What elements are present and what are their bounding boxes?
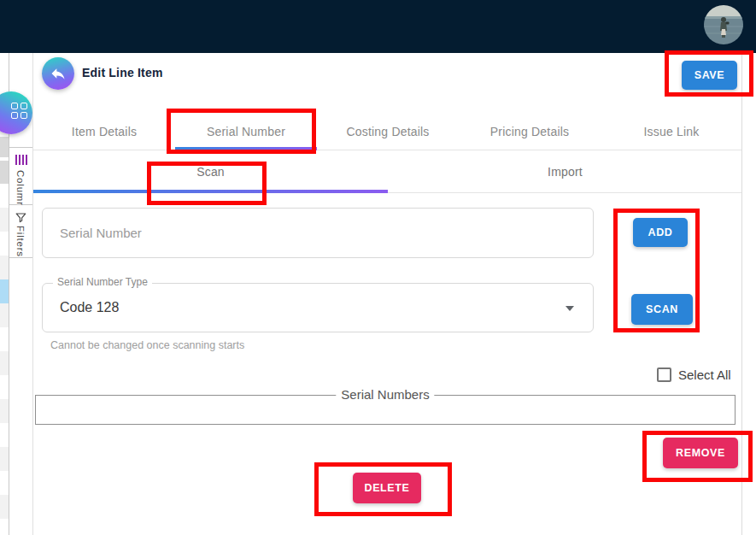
serial-numbers-legend: Serial Numbers	[336, 387, 434, 402]
table-header-cell	[0, 137, 9, 157]
edit-line-item-panel: Edit Line Item SAVE Item Details Serial …	[32, 53, 741, 535]
subtab-scan[interactable]: Scan	[33, 150, 388, 192]
remove-button[interactable]: REMOVE	[663, 438, 738, 468]
serial-number-type-select[interactable]: Serial Number Type Code 128	[42, 283, 594, 332]
columns-panel-toggle[interactable]: Columns	[9, 147, 32, 205]
tab-costing-details[interactable]: Costing Details	[317, 113, 459, 150]
serial-number-type-label: Serial Number Type	[53, 276, 152, 288]
type-helper-text: Cannot be changed once scanning starts	[50, 339, 244, 351]
tab-bar: Item Details Serial Number Costing Detai…	[33, 113, 742, 150]
panel-right-border	[741, 53, 742, 535]
top-navigation-bar	[0, 0, 756, 53]
avatar[interactable]	[704, 5, 743, 44]
serial-numbers-list: Serial Numbers	[35, 395, 735, 425]
tab-item-details[interactable]: Item Details	[33, 113, 175, 150]
columns-lines-icon	[15, 155, 27, 165]
dropdown-arrow-icon	[566, 306, 574, 311]
serial-number-field	[42, 208, 594, 258]
side-tool-strip: Columns Filters	[9, 53, 32, 535]
tab-pricing-details[interactable]: Pricing Details	[459, 113, 601, 150]
select-all-control: Select All	[657, 367, 731, 382]
subtab-import[interactable]: Import	[388, 150, 742, 192]
tab-issue-link[interactable]: Issue Link	[601, 113, 742, 150]
filters-panel-toggle[interactable]: Filters	[9, 205, 32, 258]
add-button[interactable]: ADD	[633, 218, 688, 247]
select-all-label: Select All	[678, 367, 731, 382]
scan-button[interactable]: SCAN	[631, 294, 693, 325]
table-header-cell	[0, 161, 9, 184]
select-all-checkbox[interactable]	[657, 367, 671, 382]
subtab-bar: Scan Import	[33, 150, 742, 193]
screen: Columns Filters Edit Line Item SAVE Item…	[0, 0, 756, 535]
table-rows	[0, 184, 9, 535]
serial-number-type-value: Code 128	[60, 300, 119, 315]
back-arrow-icon	[50, 65, 67, 82]
serial-number-input[interactable]	[43, 209, 593, 257]
back-button[interactable]	[42, 57, 74, 90]
active-subtab-indicator	[33, 190, 388, 193]
table-row-selected	[0, 279, 9, 303]
apps-grid-icon	[11, 103, 28, 120]
delete-button[interactable]: DELETE	[353, 473, 421, 503]
save-button[interactable]: SAVE	[682, 61, 737, 90]
avatar-photo	[704, 5, 743, 44]
filters-label: Filters	[15, 226, 26, 257]
page-title: Edit Line Item	[82, 66, 163, 79]
apps-grid-button[interactable]	[0, 91, 32, 134]
tab-serial-number[interactable]: Serial Number	[175, 113, 317, 150]
